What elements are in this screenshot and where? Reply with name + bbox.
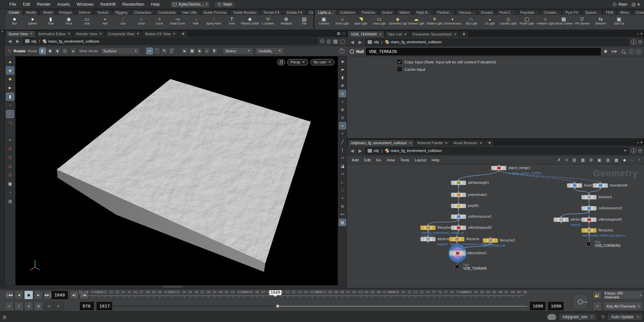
global-start-field[interactable]: 970 [80,302,94,310]
shelf-tool-stereo-camera[interactable]: ▦Stereo Camera [554,15,573,30]
houdini-badge-icon[interactable]: H▾ [611,49,617,54]
shelf-tool-caustic-light[interactable]: ◇Caustic Light [499,15,518,30]
shelf-tool-ambient-light[interactable]: ○Ambient Light [536,15,554,30]
back-arrow-icon[interactable]: ◀ [7,39,13,44]
go-to-end-button[interactable]: ▶▶| [44,290,53,300]
visualizers-icon[interactable]: ⊖ [339,203,346,210]
view-menu-button[interactable]: Persp [287,59,308,65]
net-tree-icon[interactable]: ≡ [564,158,570,162]
node-filecache[interactable] [449,237,465,241]
tab-obj-mars-fg-enviroment-collision[interactable]: /obj/mars_fg_enviroment_collision✖ [348,140,414,146]
shelf-tool-portal-light[interactable]: ▢Portal Light [518,15,536,30]
update-spinner-icon[interactable]: ▲▼ [637,315,639,319]
checkbox-cache-input[interactable] [397,67,402,71]
shelf-tab-create[interactable]: Create [5,9,23,15]
desktop-spinner[interactable]: ▲▼ [206,3,208,6]
node-vdbreshapesdf2[interactable] [451,225,466,230]
net-grid-icon[interactable]: ⊞ [588,158,594,162]
current-frame-field[interactable]: 1049 [52,291,68,299]
select-dropdown[interactable]: Select [222,47,253,55]
node-polyfill1[interactable] [451,204,466,208]
context-spinner-icon[interactable]: ▲▼ [591,315,593,319]
timeline-ruler[interactable]: 1718191020212223242526272829303110323334… [80,290,525,300]
shelf-tab-characters[interactable]: Characters [131,9,155,15]
tab-render-view[interactable]: Render View✖ [73,31,105,37]
close-tab-icon[interactable]: ✖ [404,33,407,36]
tab-material-palette[interactable]: Material Palette✖ [414,140,450,146]
prim-numbers-icon[interactable]: 12 [339,170,346,178]
area-select-icon[interactable]: + [204,48,210,54]
shelf-tool-spray-paint[interactable]: ∴Spray Paint [205,15,223,30]
shadows-icon[interactable]: ⊙ [339,114,346,121]
show-pins-icon[interactable]: | [339,146,346,154]
select-front-icon[interactable]: ♛ [211,48,218,54]
shelf-tab-rigging[interactable]: Rigging [112,9,131,15]
search-parms-icon[interactable] [622,50,625,53]
shelf-tab-vellum[interactable]: Vellum [396,9,413,15]
keys-info-box[interactable]: 0 keys, 0/0 channels ▲ [604,290,643,300]
close-tab-icon[interactable]: ✖ [30,32,33,35]
point-numbers-icon[interactable]: 12 [339,154,346,162]
snap-point-icon[interactable]: Ω [6,162,14,170]
close-tab-icon[interactable]: ✖ [100,32,102,35]
laser-select-icon[interactable]: ╱ [168,48,175,54]
menu-redshift[interactable]: Redshift [97,1,119,8]
normal-lighting-icon[interactable]: ○ [339,98,346,105]
shelf-tool-font[interactable]: TFont [223,15,241,30]
update-mode-dropdown[interactable]: Auto Update ▲▼ [607,313,643,321]
keyframe-colors-button[interactable] [592,290,602,300]
node-attribwrangle1[interactable] [451,180,466,185]
menu-file[interactable]: File [6,1,19,8]
visibility-dropdown[interactable]: Visibility [255,47,284,55]
tab-vdb-terrain[interactable]: VDB_TERRAIN✖ [348,31,384,37]
net-timing-icon[interactable]: ◔ [636,158,642,162]
shelf-tab-lights-a[interactable]: Lights a... [315,9,337,15]
tab-asset-browser[interactable]: Asset Browser✖ [450,140,485,146]
shelf-tool-sphere[interactable]: ●Sphere [23,15,42,30]
node-vdb-terrain[interactable]: ✖ [454,264,460,270]
disable-lighting-icon[interactable]: ⊗ [339,82,346,89]
shelf-tab-model[interactable]: Model [40,9,56,15]
simulation-context-field[interactable]: /obj/grain_sim ▲▼ [559,313,597,321]
node-help-icon[interactable]: ? [636,49,641,54]
pin-icon[interactable]: ⊙ [320,38,324,44]
shelf-tab-wires[interactable]: Wires [616,9,632,15]
close-tab-icon[interactable]: ✖ [379,33,381,36]
shelf-tool-tube[interactable]: ▮Tube [42,15,60,30]
radial-menu-icon[interactable]: ◎ [326,38,331,44]
pane-split-strip[interactable]: ▲∙∙∙∙∙∙ [0,30,5,288]
path-node[interactable]: mars_fg_enviroment_collision [391,149,622,153]
path-node[interactable]: mars_fg_enviroment_collision [48,39,99,43]
shelf-tool-distant-light[interactable]: ☀Distant Light [425,15,444,30]
tab-composite-view[interactable]: Composite View✖ [105,31,142,37]
node-object-merge1[interactable] [491,166,506,170]
camera-lock-button[interactable] [277,59,285,65]
show-points-icon[interactable]: • [339,130,346,138]
shelf-tab-guide-brushes[interactable]: Guide Brushes [230,9,260,15]
translate-tool-icon[interactable]: + [6,101,14,109]
material-shading-icon[interactable]: ◕ [339,122,346,129]
shelf-tool-null[interactable]: +Null [96,15,114,30]
shelf-tab-particle[interactable]: Particle... [434,9,455,15]
net-tools-icon[interactable]: ✗ [556,158,562,162]
shelf-tab-rigid-b[interactable]: Rigid B... [413,9,434,15]
shelf-tab-collisions[interactable]: Collisions [337,9,359,15]
shelf-tool-sky-light[interactable]: ∩Sky Light [462,15,481,30]
secure-selection-icon[interactable]: ► [70,48,77,54]
snap-toggle-icon[interactable]: Ω [6,171,14,179]
tab-parameter-spreadsheet[interactable]: Parameter Spreadsheet✖ [410,31,460,37]
node-type-label[interactable]: Null [356,49,364,54]
select-points-mode-icon[interactable]: ◆ [47,48,53,54]
memory-usage-icon[interactable] [547,314,556,320]
gnomon-icon[interactable]: + [339,195,346,202]
net-panes-icon[interactable]: ▣ [596,158,603,162]
checkbox-copy-input[interactable]: ✓ [397,60,402,64]
net-menu-view[interactable]: View [384,157,398,163]
shelf-tab-contain[interactable]: Contain... [540,9,562,15]
shelf-tab-oceans[interactable]: Oceans [477,9,496,15]
pose-tool-icon[interactable]: ∵ [6,127,14,136]
close-tab-icon[interactable]: ✖ [454,33,457,36]
new-tab-button[interactable]: + [485,140,494,146]
menu-help[interactable]: Help [148,1,163,8]
real-time-toggle-icon[interactable]: ◔ [34,302,43,311]
